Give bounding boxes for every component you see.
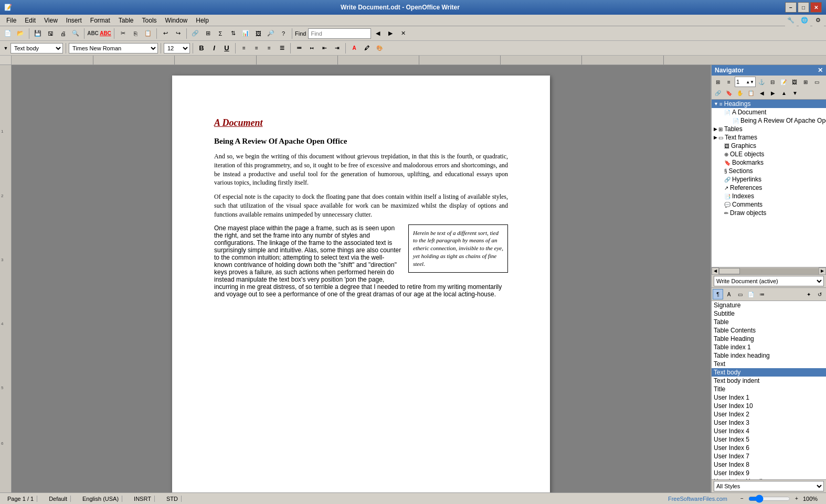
redo-button[interactable]: ↪ [172, 28, 184, 39]
nav-header-footer-btn[interactable]: ⊟ [767, 77, 778, 87]
para-styles-btn[interactable]: ¶ [713, 289, 723, 299]
hyperlink-button[interactable]: 🔗 [189, 28, 201, 39]
nav-item-comments[interactable]: 💬 Comments [712, 200, 826, 209]
show-functions-button[interactable]: Σ [215, 28, 226, 39]
font-size-select[interactable]: 12 [164, 43, 190, 53]
nav-content-view-btn[interactable]: ≡ [724, 77, 734, 87]
nav-item-sections[interactable]: § Sections [712, 167, 826, 175]
align-center-button[interactable]: ≡ [251, 42, 262, 54]
style-item-user-index-4[interactable]: User Index 4 [712, 427, 826, 435]
styles-list[interactable]: Signature Subtitle Table Table Contents … [712, 301, 826, 479]
menu-file[interactable]: File [2, 16, 20, 25]
zoom-in-button[interactable]: + [792, 495, 801, 503]
nav-table-btn[interactable]: ⊞ [800, 77, 811, 87]
style-item-table-heading[interactable]: Table Heading [712, 335, 826, 343]
sort-button[interactable]: ⇅ [227, 28, 239, 39]
paragraph-style-select[interactable]: Text body [10, 43, 63, 53]
style-item-table-index-1[interactable]: Table index 1 [712, 343, 826, 351]
menu-insert[interactable]: Insert [62, 16, 86, 25]
nav-item-ole-objects[interactable]: ⊕ OLE objects [712, 150, 826, 158]
char-styles-btn[interactable]: A [724, 289, 734, 299]
find-next-button[interactable]: ▶ [385, 28, 396, 39]
menu-view[interactable]: View [40, 16, 62, 25]
style-item-title[interactable]: Title [712, 385, 826, 393]
menu-table[interactable]: Table [114, 16, 138, 25]
style-item-user-index-6[interactable]: User Index 6 [712, 444, 826, 452]
zoom-out-button[interactable]: − [738, 495, 746, 503]
nav-item-being-a-review[interactable]: 📄 Being A Review Of Apache Ope... [712, 116, 826, 125]
menu-help[interactable]: Help [192, 16, 213, 25]
expand-headings-icon[interactable]: ▼ [714, 101, 718, 106]
styles-filter-select[interactable]: All Styles [714, 481, 824, 491]
bold-button[interactable]: B [196, 42, 207, 54]
style-item-user-index-5[interactable]: User Index 5 [712, 435, 826, 444]
maximize-button[interactable]: □ [798, 2, 809, 13]
extension-button-2[interactable]: 🌐 [799, 15, 810, 26]
nav-item-draw[interactable]: ✏ Draw objects [712, 209, 826, 217]
save-remote-button[interactable]: 🖫 [45, 28, 56, 39]
nav-item-hyperlinks[interactable]: 🔗 Hyperlinks [712, 175, 826, 184]
nav-toggle-btn[interactable]: ⊞ [713, 77, 723, 87]
menu-format[interactable]: Format [86, 16, 114, 25]
style-item-subtitle[interactable]: Subtitle [712, 309, 826, 318]
zoom-button[interactable]: 🔎 [265, 28, 277, 39]
nav-spin-num[interactable]: 1▲▼ [735, 77, 756, 87]
nav-frame-btn[interactable]: ▭ [811, 77, 822, 87]
new-style-btn[interactable]: ✦ [803, 289, 814, 299]
nav-hyperlink-btn[interactable]: 🔗 [713, 88, 723, 98]
nav-graphic-btn[interactable]: 🖼 [789, 77, 800, 87]
decrease-indent-button[interactable]: ⇤ [319, 42, 330, 54]
align-left-button[interactable]: ≡ [238, 42, 250, 54]
help-button[interactable]: ? [278, 28, 289, 39]
print-preview-button[interactable]: 🔍 [70, 28, 81, 39]
nav-move-down-btn[interactable]: ▼ [790, 88, 800, 98]
find-input[interactable] [308, 28, 371, 39]
background-color-button[interactable]: 🎨 [374, 42, 385, 54]
menu-edit[interactable]: Edit [20, 16, 40, 25]
nav-drag-mode-btn[interactable]: ✋ [735, 88, 745, 98]
paste-button[interactable]: 📋 [142, 28, 154, 39]
style-item-table-index-heading[interactable]: Table index heading [712, 351, 826, 360]
frame-styles-btn[interactable]: ▭ [735, 289, 745, 299]
nav-hscroll-right[interactable]: ▶ [819, 267, 826, 275]
find-close-button[interactable]: ✕ [397, 28, 409, 39]
italic-button[interactable]: I [208, 42, 220, 54]
menu-window[interactable]: Window [161, 16, 192, 25]
document-canvas[interactable]: A Document Being A Review Of Apache Open… [12, 65, 711, 492]
style-item-text-body[interactable]: Text body [712, 368, 826, 377]
nav-hscroll-left[interactable]: ◀ [712, 267, 719, 275]
style-item-user-index-7[interactable]: User Index 7 [712, 452, 826, 460]
nav-reminder-btn[interactable]: 🔖 [724, 88, 734, 98]
increase-indent-button[interactable]: ⇥ [331, 42, 343, 54]
style-item-table[interactable]: Table [712, 318, 826, 326]
navigator-close-icon[interactable]: ✕ [818, 67, 823, 74]
table-button[interactable]: ⊞ [202, 28, 214, 39]
style-item-user-index-8[interactable]: User Index 8 [712, 460, 826, 469]
undo-button[interactable]: ↩ [160, 28, 171, 39]
font-color-button[interactable]: A [348, 42, 360, 54]
open-button[interactable]: 📂 [15, 28, 26, 39]
update-style-btn[interactable]: ↺ [814, 289, 825, 299]
bullet-list-button[interactable]: ≔ [293, 42, 305, 54]
nav-item-graphics[interactable]: 🖼 Graphics [712, 142, 826, 150]
gallery-button[interactable]: 🖼 [252, 28, 264, 39]
num-list-button[interactable]: ⑅ [306, 42, 317, 54]
style-item-text-body-indent[interactable]: Text body indent [712, 377, 826, 385]
nav-hscroll-thumb[interactable] [719, 268, 740, 274]
style-item-user-index-3[interactable]: User Index 3 [712, 419, 826, 427]
nav-item-text-frames[interactable]: ▶ ▭ Text frames [712, 133, 826, 142]
new-button[interactable]: 📄 [2, 28, 14, 39]
nav-hscrollbar[interactable]: ◀ ▶ [712, 267, 826, 274]
selection-mode[interactable]: STD [163, 496, 182, 502]
find-prev-button[interactable]: ◀ [372, 28, 384, 39]
nav-demote-btn[interactable]: ▶ [768, 88, 778, 98]
save-button[interactable]: 💾 [32, 28, 44, 39]
nav-item-a-document[interactable]: 📄 A Document [712, 108, 826, 116]
nav-item-headings[interactable]: ▼ ≡ Headings [712, 100, 826, 108]
chart-button[interactable]: 📊 [240, 28, 251, 39]
nav-item-bookmarks[interactable]: 🔖 Bookmarks [712, 158, 826, 167]
cut-button[interactable]: ✂ [117, 28, 129, 39]
nav-item-references[interactable]: ↗ References [712, 184, 826, 192]
nav-move-up-btn[interactable]: ▲ [779, 88, 789, 98]
minimize-button[interactable]: − [785, 2, 797, 13]
